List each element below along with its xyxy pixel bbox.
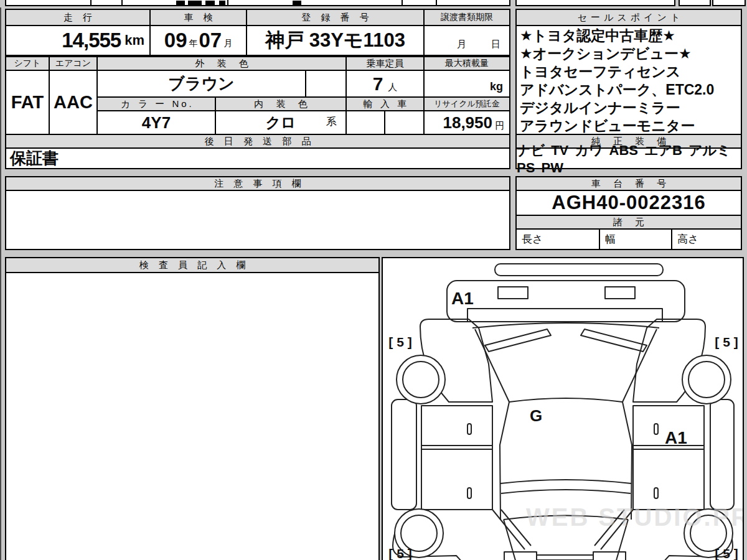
notes-header: 注 意 事 項 欄 <box>5 176 510 191</box>
clipped-text-fragment <box>205 1 215 5</box>
diagram-front-label: A1 <box>451 289 474 308</box>
inspector-header: 検 査 員 記 入 欄 <box>5 257 380 273</box>
import-car-cell-b <box>384 110 425 135</box>
notes-body <box>5 190 510 250</box>
chassis-number-value: AGH40-0022316 <box>515 190 742 216</box>
max-load-header: 最大積載量 <box>423 56 510 71</box>
max-load-value: kg <box>423 70 510 98</box>
aircon-header: エアコン <box>49 56 98 71</box>
color-no-header: カ ラ ー No. <box>96 96 216 111</box>
diagram-roof-label: G <box>530 406 542 425</box>
car-top-view-diagram: WEB STUDIO.PRO A1 G A1 [ 5 ] [ 5 ] [ 5 ]… <box>383 258 743 560</box>
aircon-value: AAC <box>49 70 98 135</box>
import-car-header: 輸 入 車 <box>345 96 425 111</box>
later-parts-value: 保証書 <box>5 147 510 169</box>
clipped-text-fragment <box>219 1 225 5</box>
sales-point-line: アラウンドビューモニター <box>520 117 741 135</box>
tire-mark-rear-right: [ 5 ] <box>715 546 738 560</box>
interior-color-value: クロ 系 <box>215 110 347 135</box>
chassis-number-header: 車 台 番 号 <box>515 176 742 191</box>
tire-mark-rear-left: [ 5 ] <box>388 546 411 560</box>
spec-length-cell: 長さ <box>515 228 600 250</box>
later-parts-header: 後 日 発 送 部 品 <box>5 134 510 149</box>
spec-height-cell: 高さ <box>671 228 742 250</box>
watermark: WEB STUDIO.PRO <box>526 503 743 531</box>
sales-point-line: ★オークションデビュー★ <box>520 45 741 63</box>
clipped-text-fragment <box>176 1 185 5</box>
inspection-value: 09 年 07 月 <box>149 25 247 56</box>
shift-value: FAT <box>5 70 50 135</box>
color-no-value: 4Y7 <box>96 110 216 135</box>
recycle-deposit-header: リサイクル預託金 <box>423 96 510 111</box>
sales-point-line: トヨタセーフティセンス <box>520 63 741 81</box>
import-car-cell-a <box>345 110 385 135</box>
exterior-color-empty-cell <box>305 70 347 98</box>
inspector-body <box>5 272 380 560</box>
mileage-value: 14,555 km <box>5 25 151 56</box>
inspection-header: 車 検 <box>149 9 247 26</box>
equipment-value: ナビ TV カワ ABS エアB アルミ PS PW <box>515 147 742 169</box>
exterior-color-header: 外 装 色 <box>96 56 347 71</box>
exterior-color-value: ブラウン <box>96 70 306 98</box>
recycle-deposit-value: 18,950 円 <box>423 110 510 135</box>
clipped-text-fragment <box>293 1 301 5</box>
registration-value: 神戸 33Yモ1103 <box>246 25 425 56</box>
transfer-deadline-value: 月 日 <box>423 25 510 56</box>
sales-point-line: ★トヨタ認定中古車歴★ <box>520 27 741 45</box>
car-diagram-box: WEB STUDIO.PRO A1 G A1 [ 5 ] [ 5 ] [ 5 ]… <box>382 257 744 560</box>
sales-points-header: セールスポイント <box>515 9 742 26</box>
mileage-unit: km <box>125 32 144 49</box>
scan-edge <box>0 7 1 560</box>
specs-header: 諸 元 <box>515 215 742 230</box>
interior-color-header: 内 装 色 <box>215 96 347 111</box>
sales-point-line: アドバンストパーク、ETC2.0 <box>520 81 741 99</box>
diagram-side-label: A1 <box>665 428 687 447</box>
capacity-value: 7 人 <box>345 70 425 98</box>
tire-mark-front-right: [ 5 ] <box>715 335 738 349</box>
sales-points-body: ★トヨタ認定中古車歴★ ★オークションデビュー★ トヨタセーフティセンス アドバ… <box>515 25 742 135</box>
transfer-deadline-header: 譲渡書類期限 <box>423 9 510 26</box>
spec-width-cell: 幅 <box>599 228 672 250</box>
sales-point-line: デジタルインナーミラー <box>520 99 741 117</box>
mileage-header: 走 行 <box>5 9 151 26</box>
registration-header: 登 録 番 号 <box>246 9 425 26</box>
capacity-header: 乗車定員 <box>345 56 425 71</box>
shift-header: シフト <box>5 56 50 71</box>
tire-mark-front-left: [ 5 ] <box>388 335 411 349</box>
clipped-text-fragment <box>188 1 202 5</box>
